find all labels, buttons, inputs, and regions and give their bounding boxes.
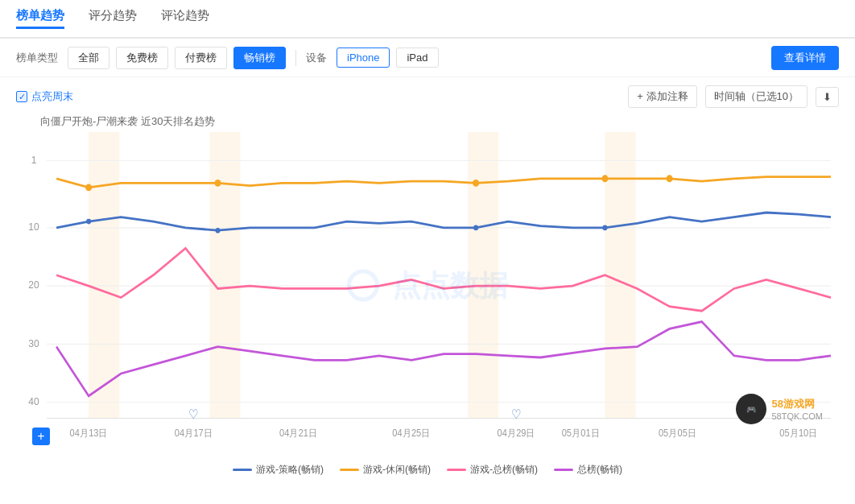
legend-total: 总榜(畅销) xyxy=(554,463,622,477)
filter-free[interactable]: 免费榜 xyxy=(116,47,168,69)
legend-label-total: 总榜(畅销) xyxy=(577,463,622,477)
svg-point-27 xyxy=(473,180,479,187)
bottom-bar: + xyxy=(32,428,50,445)
svg-point-29 xyxy=(667,175,673,182)
legend-dot-strategy xyxy=(233,469,252,471)
svg-text:1: 1 xyxy=(31,154,37,166)
chart-options: ✓ 点亮周末 + 添加注释 时间轴（已选10） ⬇ xyxy=(16,85,839,108)
legend-dot-overall-game xyxy=(447,469,466,471)
download-button[interactable]: ⬇ xyxy=(816,87,839,107)
device-label: 设备 xyxy=(306,51,327,65)
top-tabs-bar: 榜单趋势 评分趋势 评论趋势 xyxy=(0,0,855,39)
legend-dot-casual xyxy=(340,469,359,471)
svg-text:30: 30 xyxy=(28,337,39,349)
svg-text:04月13日: 04月13日 xyxy=(70,427,108,438)
svg-text:04月25日: 04月25日 xyxy=(392,427,430,438)
chart-container: ✓ 点亮周末 + 添加注释 时间轴（已选10） ⬇ 向僵尸开炮-尸潮来袭 近30… xyxy=(0,77,855,480)
filter-bar: 榜单类型 全部 免费榜 付费榜 畅销榜 设备 iPhone iPad 查看详情 xyxy=(0,39,855,77)
chart-area: 向僵尸开炮-尸潮来袭 近30天排名趋势 1 10 20 30 40 04月13日 xyxy=(16,114,839,456)
svg-point-31 xyxy=(215,228,220,233)
brand-name: 58游戏网 xyxy=(771,397,823,411)
brand-sub: 58TQK.COM xyxy=(771,411,823,421)
svg-text:05月10日: 05月10日 xyxy=(779,427,817,438)
svg-text:10: 10 xyxy=(28,221,39,233)
brand-icon: 🎮 xyxy=(736,394,766,424)
device-ipad[interactable]: iPad xyxy=(396,48,438,68)
svg-text:40: 40 xyxy=(28,395,39,407)
tab-rankings[interactable]: 榜单趋势 xyxy=(16,8,64,29)
svg-rect-3 xyxy=(605,132,635,419)
filter-paid[interactable]: 付费榜 xyxy=(175,47,227,69)
svg-text:05月01日: 05月01日 xyxy=(562,427,600,438)
detail-button[interactable]: 查看详情 xyxy=(771,46,839,70)
tab-ratings[interactable]: 评分趋势 xyxy=(89,8,137,29)
svg-text:♡: ♡ xyxy=(188,407,198,421)
chart-svg: 1 10 20 30 40 04月13日 04月17日 04月21日 04月25… xyxy=(16,132,839,454)
brand-logo: 🎮 58游戏网 58TQK.COM xyxy=(736,394,823,424)
svg-rect-1 xyxy=(209,132,240,419)
svg-text:04月21日: 04月21日 xyxy=(279,427,317,438)
filter-separator xyxy=(295,50,296,66)
checkbox-icon: ✓ xyxy=(16,91,27,102)
chart-right-controls: + 添加注释 时间轴（已选10） ⬇ xyxy=(628,85,839,108)
highlight-weekends-label: 点亮周末 xyxy=(31,89,73,104)
svg-point-32 xyxy=(473,225,478,231)
filter-all[interactable]: 全部 xyxy=(68,47,109,69)
svg-text:♡: ♡ xyxy=(511,407,521,421)
timeline-button[interactable]: 时间轴（已选10） xyxy=(705,85,808,108)
legend-label-casual: 游戏-休闲(畅销) xyxy=(363,463,431,477)
svg-text:04月17日: 04月17日 xyxy=(175,427,213,438)
tab-reviews[interactable]: 评论趋势 xyxy=(161,8,209,29)
highlight-weekends-checkbox[interactable]: ✓ 点亮周末 xyxy=(16,89,73,104)
svg-point-25 xyxy=(85,184,92,191)
filter-bestseller[interactable]: 畅销榜 xyxy=(233,47,286,69)
device-iphone[interactable]: iPhone xyxy=(337,48,390,68)
brand-text: 58游戏网 58TQK.COM xyxy=(771,397,823,421)
legend-casual: 游戏-休闲(畅销) xyxy=(340,463,431,477)
legend-dot-total xyxy=(554,469,573,471)
svg-point-30 xyxy=(86,219,91,225)
svg-rect-2 xyxy=(468,132,498,419)
svg-text:20: 20 xyxy=(28,279,39,291)
svg-point-33 xyxy=(602,225,607,231)
svg-text:04月29日: 04月29日 xyxy=(498,427,535,438)
svg-point-28 xyxy=(601,175,608,182)
legend-label-overall-game: 游戏-总榜(畅销) xyxy=(470,463,538,477)
chart-legend: 游戏-策略(畅销) 游戏-休闲(畅销) 游戏-总榜(畅销) 总榜(畅销) xyxy=(16,456,839,480)
legend-overall-game: 游戏-总榜(畅销) xyxy=(447,463,538,477)
svg-point-26 xyxy=(214,180,221,187)
svg-rect-0 xyxy=(89,132,119,419)
chart-title: 向僵尸开炮-尸潮来袭 近30天排名趋势 xyxy=(40,114,839,129)
add-note-button[interactable]: + 添加注释 xyxy=(628,85,696,108)
add-timeline-button[interactable]: + xyxy=(32,428,50,445)
legend-strategy: 游戏-策略(畅销) xyxy=(233,463,324,477)
svg-text:05月05日: 05月05日 xyxy=(659,427,696,438)
filter-label: 榜单类型 xyxy=(16,51,58,65)
legend-label-strategy: 游戏-策略(畅销) xyxy=(256,463,324,477)
